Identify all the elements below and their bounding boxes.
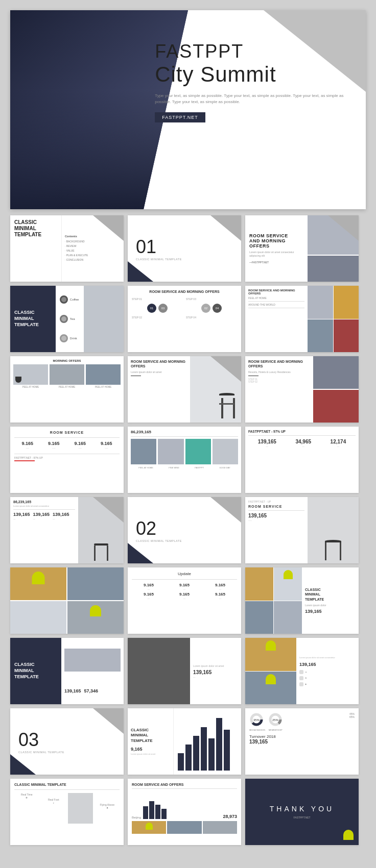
hero-slide: FASTPPT City Summit Type your text, as s… bbox=[10, 10, 366, 209]
slide25-icon1: ✈ bbox=[14, 796, 39, 799]
slide1-title: CLASSICMINIMALTEMPLATE bbox=[14, 219, 57, 238]
slide-21-lamps-icons: Lorem ipsum dolor sit amet consectetur 1… bbox=[245, 638, 359, 704]
slide-5-steps: ROOM SERVICE AND MORNING OFFERS STEP 01 … bbox=[128, 286, 241, 352]
donut-chart-2: 25% bbox=[268, 712, 283, 727]
page-wrapper: FASTPPT City Summit Type your text, as s… bbox=[10, 10, 366, 845]
slide13-stat2: 139,165 bbox=[33, 512, 50, 517]
slide3-link: —FASTPPT.NET bbox=[249, 261, 303, 264]
slide25-icon2: ♪ bbox=[41, 801, 66, 804]
slide13-stat1: 139,165 bbox=[13, 512, 30, 517]
slide15-small-label: FASTPPT.NET - UP bbox=[248, 500, 304, 503]
slide18-desc: Lorem ipsum dolor bbox=[305, 604, 356, 607]
slide-9-room-imgs: ROOM SERVICE AND MORNING OFFERS Resorts,… bbox=[245, 356, 359, 423]
slide-10-room-stats: ROOM SERVICE 9.165 ___ 9.165 ___ 9.165 _… bbox=[10, 427, 124, 493]
slide5-step1-label: STEP 01 bbox=[132, 297, 142, 301]
slide9-subtitle: Resorts, Hotels & Luxury Residences bbox=[248, 370, 310, 374]
slide12-stat1: 139,165 bbox=[258, 439, 276, 444]
slide9-title: ROOM SERVICE AND MORNING OFFERS bbox=[248, 359, 310, 368]
slide3-title: ROOM SERVICEAND MORNINGOFFERS bbox=[249, 233, 303, 249]
slide-17-update: Update 9.165__ 9.165__ 9.165__ 9.165__ 9… bbox=[128, 567, 241, 634]
slide20-stat: 139,165 bbox=[193, 669, 238, 675]
slide15-title: ROOM SERVICE bbox=[248, 505, 304, 508]
slide-4-classic-coffee: CLASSICMINIMALTEMPLATE Coffee Tea Drink bbox=[10, 286, 124, 352]
slide10-label1: ___ bbox=[21, 446, 33, 449]
slide-24-turnover: 35% MEDIA FASHION 25% MEMBERSHI bbox=[245, 708, 359, 775]
slide24-title: Turnover 2018 bbox=[249, 734, 355, 739]
slide-14-number-02: 02 CLASSIC MINIMAL TEMPLATE bbox=[128, 497, 241, 563]
slide22-label: CLASSIC MINIMAL TEMPLATE bbox=[18, 751, 115, 754]
hero-button[interactable]: FASTPPT.NET bbox=[155, 112, 205, 122]
slide-19-classic-dark: CLASSICMINIMALTEMPLATE 139,165 57,346 bbox=[10, 638, 124, 704]
hero-content: FASTPPT City Summit Type your text, as s… bbox=[155, 41, 350, 122]
slide17-stat6: 9.165 bbox=[203, 592, 237, 597]
slide17-stat5: 9.165 bbox=[168, 592, 201, 597]
hero-description: Type your text, as simple as possible. T… bbox=[155, 93, 350, 105]
slide17-stat1: 9.165 bbox=[132, 583, 166, 587]
slide18-title: CLASSICMINIMALTEMPLATE bbox=[305, 587, 356, 601]
slide9-step2: STEP 02 bbox=[248, 381, 310, 383]
slide-6-room-grid: ROOM SERVICE AND MORNING OFFERS FEEL AT … bbox=[245, 286, 359, 352]
slide3-desc: Lorem ipsum dolor sit amet consectetur a… bbox=[249, 251, 303, 258]
slide-15-room-service-2: FASTPPT.NET - UP ROOM SERVICE 139,165 __… bbox=[245, 497, 359, 563]
slide-16-lamps bbox=[10, 567, 124, 634]
slide22-number: 03 bbox=[18, 729, 115, 751]
slide27-link: FASTPPT.NET bbox=[293, 816, 310, 819]
slide21-stat: 139,165 bbox=[299, 662, 356, 667]
hero-title-sub: City Summit bbox=[155, 62, 350, 87]
slide-12-fastppt-97: FASTPPT.NET - 97% UP 139,165 __ 34,965 _… bbox=[245, 427, 359, 493]
hero-title-main: FASTPPT bbox=[155, 41, 350, 62]
slide19-stat2: 57,346 bbox=[84, 688, 98, 693]
slide10-stat3: 9.165 bbox=[74, 441, 86, 446]
slide7-label1: PEEL AT HOME bbox=[13, 386, 48, 388]
slide19-stat1: 139,165 bbox=[64, 688, 81, 693]
slide5-circle4: 04 bbox=[213, 304, 222, 313]
slide13-big-num: 86,239,165 bbox=[13, 500, 75, 504]
slide-13-big-chair: 86,239,165 Lorem ipsum dolor sit amet co… bbox=[10, 497, 124, 563]
slide13-stat3: 139,165 bbox=[53, 512, 69, 517]
slide11-label3: FASTPPT bbox=[195, 466, 204, 469]
slide17-stat4: 9.165 bbox=[132, 592, 166, 597]
slide-27-thank-you: THANK YOU FASTPPT.NET bbox=[245, 779, 359, 845]
slide1-items: · BACKGROUND· REVIEW· VALUE· PLAN & EXEC… bbox=[65, 239, 121, 262]
slides-grid: CLASSICMINIMALTEMPLATE Contents · BACKGR… bbox=[10, 215, 366, 845]
slide24-pct2: 65% bbox=[349, 715, 355, 718]
slide11-label1: FEEL AT HOME bbox=[138, 466, 153, 469]
slide11-big-num: 86,239,165 bbox=[131, 430, 238, 434]
slide26-city: Beijing bbox=[132, 816, 141, 819]
slide5-circle3: 03 bbox=[158, 304, 168, 313]
slide8-title: ROOM SERVICE AND MORNING OFFERS bbox=[131, 359, 187, 368]
slide5-circle1: 01 bbox=[147, 304, 156, 313]
slide-3-room-service: ROOM SERVICEAND MORNINGOFFERS Lorem ipsu… bbox=[245, 215, 359, 282]
slide10-title: ROOM SERVICE bbox=[14, 431, 120, 434]
slide-23-bar-chart: CLASSICMINIMALTEMPLATE 9,165 Lorem ipsum… bbox=[128, 708, 241, 775]
slide18-stat: 139,165 bbox=[305, 609, 356, 614]
slide14-label: CLASSIC MINIMAL TEMPLATE bbox=[136, 539, 233, 542]
slide25-icon3: ✦ bbox=[95, 806, 120, 809]
slide5-title: ROOM SERVICE AND MORNING OFFERS bbox=[132, 290, 237, 293]
slide25-title: CLASSIC MINIMAL TEMPLATE bbox=[14, 783, 120, 786]
svg-text:25%: 25% bbox=[272, 718, 279, 722]
slide6-feel: FEEL AT HOME bbox=[248, 296, 304, 300]
slide11-label4: GOOD DAY bbox=[219, 466, 230, 469]
slide5-circle2: 02 bbox=[201, 304, 210, 313]
slide23-desc: Lorem ipsum dolor sit amet bbox=[131, 753, 170, 755]
slide8-desc: Lorem ipsum dolor sit amet bbox=[131, 370, 187, 374]
slide23-title: CLASSICMINIMALTEMPLATE bbox=[131, 728, 170, 743]
slide4-item2: Tea bbox=[70, 317, 75, 320]
slide4-item1: Coffee bbox=[70, 298, 79, 301]
slide-1-contents: CLASSICMINIMALTEMPLATE Contents · BACKGR… bbox=[10, 215, 124, 282]
slide2-label: CLASSIC MINIMAL TEMPLATE bbox=[136, 258, 233, 261]
slide-18-lamps-classic: CLASSICMINIMALTEMPLATE Lorem ipsum dolor… bbox=[245, 567, 359, 634]
slide-11-big-number: 86,239,165 FEEL AT HOME FINE WINE FASTPP… bbox=[128, 427, 241, 493]
slide20-desc: Lorem ipsum dolor sit amet bbox=[193, 664, 238, 667]
slide12-title: FASTPPT.NET - 97% UP bbox=[248, 430, 356, 433]
slide12-stat3: 12,174 bbox=[331, 439, 346, 444]
slide7-label2: PEEL AT HOME bbox=[50, 386, 84, 388]
slide24-stat: 139,165 bbox=[249, 739, 355, 745]
slide23-stat: 9,165 bbox=[131, 747, 170, 752]
slide1-contents-label: Contents bbox=[65, 235, 121, 238]
slide-7-morning-offers: MORNING OFFERS PEEL AT HOME PEEL AT HOME bbox=[10, 356, 124, 423]
slide5-step3-label: STEP 03 bbox=[186, 297, 196, 301]
slide-25-timeline: CLASSIC MINIMAL TEMPLATE Real Time ✈ Rea… bbox=[10, 779, 124, 845]
donut-chart-1: 35% bbox=[249, 712, 264, 727]
